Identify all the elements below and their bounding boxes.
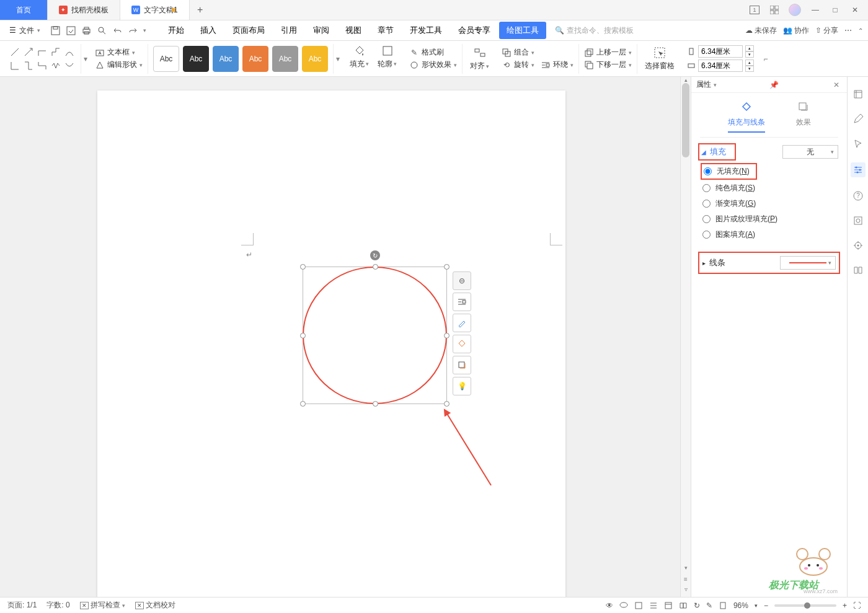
zoom-slider[interactable]: [774, 604, 836, 607]
panel-close-icon[interactable]: ✕: [831, 81, 842, 89]
shape-curve-icon[interactable]: [63, 46, 76, 58]
side-tools-icon[interactable]: [852, 214, 864, 227]
mtab-start[interactable]: 开始: [161, 22, 192, 39]
style-2[interactable]: Abc: [183, 46, 209, 72]
undo-icon[interactable]: [110, 24, 124, 37]
style-6[interactable]: Abc: [302, 46, 328, 72]
rotate-handle[interactable]: ↻: [370, 250, 380, 260]
scroll-thumb[interactable]: [682, 83, 689, 157]
status-proofread[interactable]: ✕ 文档校对: [135, 600, 175, 611]
view-read-icon[interactable]: [679, 601, 688, 610]
radio-gradient-input[interactable]: [702, 200, 711, 208]
handle-nw[interactable]: [300, 264, 306, 270]
ptab-effect[interactable]: 效果: [796, 100, 811, 132]
mtab-reference[interactable]: 引用: [273, 22, 304, 39]
mtab-insert[interactable]: 插入: [193, 22, 224, 39]
wrap-button[interactable]: 环绕 ▾: [541, 60, 574, 70]
tab-template[interactable]: ✦ 找稻壳模板: [48, 0, 120, 20]
radio-pattern-fill[interactable]: 图案填充(A): [702, 229, 838, 240]
width-down[interactable]: ▾: [745, 66, 754, 72]
tab-home[interactable]: 首页: [0, 0, 48, 20]
shape-elbow2-icon[interactable]: [50, 46, 62, 58]
shape-scurve-icon[interactable]: [63, 60, 76, 72]
width-up[interactable]: ▴: [745, 60, 754, 66]
status-spellcheck[interactable]: ✕ 拼写检查 ▾: [80, 600, 125, 611]
panel-dropdown-icon[interactable]: ▾: [714, 82, 717, 88]
redo-icon[interactable]: [126, 24, 140, 37]
tab-add[interactable]: +: [190, 0, 211, 20]
section-line-header[interactable]: ▸ 线条: [698, 252, 840, 274]
save-icon[interactable]: [48, 24, 62, 37]
collapse-ribbon-icon[interactable]: ⌃: [858, 27, 863, 34]
rotate-button[interactable]: ⟲ 旋转 ▾: [502, 60, 534, 70]
radio-no-fill[interactable]: 无填充(N): [701, 163, 757, 180]
radio-picture-fill[interactable]: 图片或纹理填充(P): [702, 214, 838, 224]
rotate-view-icon[interactable]: ↻: [694, 601, 700, 610]
side-settings-icon[interactable]: [851, 162, 866, 177]
radio-solid-fill[interactable]: 纯色填充(S): [702, 183, 838, 193]
status-words[interactable]: 字数: 0: [46, 600, 69, 611]
collab-button[interactable]: 👥 协作: [783, 25, 809, 36]
zoom-value[interactable]: 96%: [733, 601, 748, 610]
style-1[interactable]: Abc: [153, 46, 179, 72]
handle-ne[interactable]: [444, 264, 450, 270]
zoom-in[interactable]: +: [843, 601, 847, 610]
mtab-pagelayout[interactable]: 页面布局: [225, 22, 272, 39]
mtab-drawtools[interactable]: 绘图工具: [499, 22, 546, 39]
shape-connector1-icon[interactable]: [9, 60, 21, 72]
mtab-devtools[interactable]: 开发工具: [402, 22, 450, 39]
section-fill-header[interactable]: ◢ 填充 无: [700, 143, 838, 161]
width-input[interactable]: [698, 60, 743, 72]
shape-zigzag-icon[interactable]: [50, 60, 62, 72]
close-icon[interactable]: ✕: [849, 4, 861, 15]
status-comments-icon[interactable]: [619, 601, 628, 610]
side-book-icon[interactable]: [852, 264, 864, 276]
unsaved-button[interactable]: ☁ 未保存: [745, 25, 777, 36]
zoom-out[interactable]: −: [764, 601, 768, 610]
style-4[interactable]: Abc: [242, 46, 268, 72]
shape-more[interactable]: ▾: [81, 55, 90, 63]
print-icon[interactable]: [79, 24, 93, 37]
scroll-down[interactable]: ▾: [681, 565, 691, 575]
side-template-icon[interactable]: [852, 88, 864, 100]
maximize-icon[interactable]: □: [830, 4, 841, 15]
canvas[interactable]: ↵ ↻ ⊖ 💡: [0, 77, 680, 597]
view-page-icon[interactable]: [634, 601, 643, 610]
saveas-icon[interactable]: [64, 24, 78, 37]
command-search[interactable]: 🔍 查找命令、搜索模板: [555, 25, 634, 36]
minimize-icon[interactable]: —: [810, 4, 821, 15]
group-button[interactable]: 组合 ▾: [502, 47, 574, 58]
selected-circle-shape[interactable]: ↻: [303, 267, 447, 404]
fit-page-icon[interactable]: [719, 601, 727, 610]
ptab-fill-line[interactable]: 填充与线条: [728, 100, 765, 133]
float-fill[interactable]: [453, 335, 471, 353]
side-help-icon[interactable]: ?: [852, 190, 864, 202]
side-select-icon[interactable]: [852, 138, 864, 150]
mtab-view[interactable]: 视图: [338, 22, 369, 39]
height-down[interactable]: ▾: [745, 51, 754, 58]
float-zoom-out[interactable]: ⊖: [453, 271, 471, 290]
float-color[interactable]: [453, 314, 471, 332]
tab-document[interactable]: W 文字文稿1: [120, 0, 190, 20]
chevron-down-icon[interactable]: ▾: [141, 27, 148, 33]
radio-pattern-input[interactable]: [702, 231, 711, 239]
page-next[interactable]: ▿: [681, 586, 691, 596]
page-prev[interactable]: ≡: [681, 576, 691, 586]
file-menu[interactable]: ☰ 文件 ▾: [5, 24, 45, 38]
float-layout[interactable]: [453, 293, 471, 311]
status-eye-icon[interactable]: 👁: [606, 601, 613, 610]
handle-e[interactable]: [444, 333, 450, 338]
side-location-icon[interactable]: [852, 239, 864, 252]
height-input[interactable]: [698, 45, 743, 58]
float-shadow[interactable]: [453, 356, 471, 374]
height-up[interactable]: ▴: [745, 45, 754, 51]
bring-forward-button[interactable]: 上移一层 ▾: [584, 47, 632, 58]
style-5[interactable]: Abc: [272, 46, 298, 72]
shape-arrow-icon[interactable]: [22, 46, 35, 58]
handle-sw[interactable]: [300, 401, 306, 407]
handle-w[interactable]: [300, 333, 306, 338]
mode-icon[interactable]: 1: [749, 4, 760, 15]
side-pen-icon[interactable]: [852, 113, 864, 125]
dimensions-launcher[interactable]: ⌐: [761, 55, 770, 63]
shape-line-icon[interactable]: [9, 46, 21, 58]
